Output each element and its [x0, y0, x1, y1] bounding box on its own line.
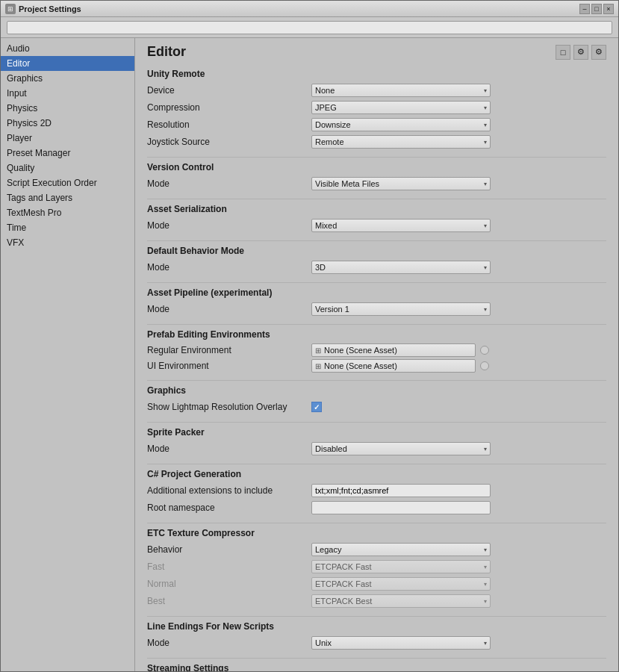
field-control-compression: JPEG ▾: [311, 101, 606, 114]
divider-9: [147, 523, 606, 523]
field-control-resolution: Downsize ▾: [311, 118, 606, 131]
scene-icon: ⊞: [315, 346, 321, 355]
section-title-csharp: C# Project Generation: [147, 469, 606, 479]
sidebar-item-physics2d[interactable]: Physics 2D: [1, 116, 134, 131]
chevron-down-icon: ▾: [484, 105, 487, 111]
sidebar-item-quality[interactable]: Quality: [1, 161, 134, 175]
dropdown-joystick[interactable]: Remote ▾: [311, 135, 491, 149]
window-icon: ⊞: [5, 4, 16, 14]
section-title-default-behavior: Default Behavior Mode: [147, 246, 606, 256]
main-window: ⊞ Project Settings – □ × Audio Editor Gr…: [0, 0, 619, 672]
dropdown-normal[interactable]: ETCPACK Fast ▾: [311, 577, 491, 591]
divider-1: [147, 157, 606, 158]
section-etc-texture: ETC Texture Compressor Behavior Legacy ▾…: [147, 528, 606, 609]
field-row-compression: Compression JPEG ▾: [147, 100, 606, 115]
sidebar-item-audio[interactable]: Audio: [1, 41, 134, 56]
dropdown-as-mode[interactable]: Mixed ▾: [311, 219, 491, 232]
minimize-button[interactable]: –: [579, 4, 590, 14]
dropdown-db-mode[interactable]: 3D ▾: [311, 261, 491, 274]
chevron-down-icon: ▾: [484, 306, 487, 313]
dropdown-ap-mode[interactable]: Version 1 ▾: [311, 302, 491, 316]
dropdown-fast[interactable]: ETCPACK Fast ▾: [311, 560, 491, 573]
divider-10: [147, 616, 606, 617]
chevron-down-icon: ▾: [484, 564, 487, 570]
field-row-joystick: Joystick Source Remote ▾: [147, 134, 606, 149]
sidebar-item-preset-manager[interactable]: Preset Manager: [1, 146, 134, 161]
chevron-down-icon: ▾: [484, 122, 487, 128]
chevron-down-icon: ▾: [484, 547, 487, 553]
close-button[interactable]: ×: [603, 4, 614, 14]
section-asset-serialization: Asset Serialization Mode Mixed ▾: [147, 204, 606, 233]
field-label-joystick: Joystick Source: [147, 137, 311, 147]
dropdown-vc-mode[interactable]: Visible Meta Files ▾: [311, 177, 491, 190]
field-label-le-mode: Mode: [147, 638, 311, 648]
dropdown-db-mode-value: 3D: [315, 263, 326, 272]
field-label-fast: Fast: [147, 561, 311, 572]
field-row-lightmap: Show Lightmap Resolution Overlay ✓: [147, 399, 606, 414]
header-icons: □ ⚙ ⚙: [556, 45, 606, 60]
sidebar-item-editor[interactable]: Editor: [1, 56, 134, 71]
scene-picker-ui-circle[interactable]: [480, 361, 489, 370]
header-icon-doc[interactable]: □: [556, 45, 570, 60]
field-label-ap-mode: Mode: [147, 304, 311, 314]
window-title: Project Settings: [19, 4, 579, 13]
input-namespace[interactable]: [311, 501, 491, 514]
sidebar-item-time[interactable]: Time: [1, 220, 134, 235]
field-label-lightmap: Show Lightmap Resolution Overlay: [147, 402, 311, 412]
field-row-vc-mode: Mode Visible Meta Files ▾: [147, 176, 606, 191]
field-control-db-mode: 3D ▾: [311, 261, 606, 274]
field-control-extensions: [311, 484, 606, 497]
dropdown-resolution[interactable]: Downsize ▾: [311, 118, 491, 131]
dropdown-compression[interactable]: JPEG ▾: [311, 101, 491, 114]
section-asset-pipeline: Asset Pipeline (experimental) Mode Versi…: [147, 287, 606, 317]
toolbar: [1, 17, 618, 38]
field-control-behavior: Legacy ▾: [311, 543, 606, 556]
scene-picker-ui-value: None (Scene Asset): [324, 361, 397, 370]
input-extensions[interactable]: [311, 484, 491, 497]
dropdown-device-value: None: [315, 86, 335, 95]
sidebar-item-input[interactable]: Input: [1, 86, 134, 101]
section-title-asset-pipeline: Asset Pipeline (experimental): [147, 287, 606, 298]
dropdown-le-mode[interactable]: Unix ▾: [311, 636, 491, 650]
dropdown-behavior[interactable]: Legacy ▾: [311, 543, 491, 556]
dropdown-fast-value: ETCPACK Fast: [315, 562, 372, 571]
sidebar-item-vfx[interactable]: VFX: [1, 235, 134, 250]
sidebar: Audio Editor Graphics Input Physics Phys…: [1, 38, 135, 671]
sidebar-item-physics[interactable]: Physics: [1, 101, 134, 116]
section-title-sprite-packer: Sprite Packer: [147, 427, 606, 438]
search-input[interactable]: [7, 21, 612, 34]
dropdown-best[interactable]: ETCPACK Best ▾: [311, 594, 491, 608]
header-icon-settings2[interactable]: ⚙: [591, 45, 606, 60]
dropdown-le-mode-value: Unix: [315, 638, 332, 647]
sidebar-item-textmesh-pro[interactable]: TextMesh Pro: [1, 205, 134, 220]
dropdown-sp-mode-value: Disabled: [315, 444, 347, 453]
field-label-resolution: Resolution: [147, 119, 311, 130]
sidebar-item-graphics[interactable]: Graphics: [1, 71, 134, 86]
sidebar-item-tags-and-layers[interactable]: Tags and Layers: [1, 190, 134, 205]
dropdown-normal-value: ETCPACK Fast: [315, 579, 372, 588]
scene-picker-ui[interactable]: ⊞ None (Scene Asset): [311, 359, 476, 373]
maximize-button[interactable]: □: [591, 4, 602, 14]
field-control-fast: ETCPACK Fast ▾: [311, 560, 606, 573]
checkbox-lightmap[interactable]: ✓: [311, 402, 322, 412]
dropdown-sp-mode[interactable]: Disabled ▾: [311, 442, 491, 455]
scene-icon: ⊞: [315, 362, 321, 370]
field-label-vc-mode: Mode: [147, 178, 311, 189]
header-icon-settings1[interactable]: ⚙: [573, 45, 588, 60]
field-control-as-mode: Mixed ▾: [311, 219, 606, 232]
divider-5: [147, 324, 606, 325]
field-label-namespace: Root namespace: [147, 503, 311, 513]
divider-4: [147, 282, 606, 283]
scene-picker-regular[interactable]: ⊞ None (Scene Asset): [311, 343, 476, 357]
field-label-extensions: Additional extensions to include: [147, 485, 311, 496]
field-row-ap-mode: Mode Version 1 ▾: [147, 302, 606, 317]
field-label-compression: Compression: [147, 102, 311, 113]
dropdown-device[interactable]: None ▾: [311, 84, 491, 97]
field-row-regular-env: Regular Environment ⊞ None (Scene Asset): [147, 343, 606, 357]
field-control-joystick: Remote ▾: [311, 135, 606, 149]
sidebar-item-script-execution-order[interactable]: Script Execution Order: [1, 175, 134, 190]
field-control-vc-mode: Visible Meta Files ▾: [311, 177, 606, 190]
sidebar-item-player[interactable]: Player: [1, 131, 134, 146]
dropdown-ap-mode-value: Version 1: [315, 305, 349, 314]
scene-picker-regular-circle[interactable]: [480, 346, 489, 355]
